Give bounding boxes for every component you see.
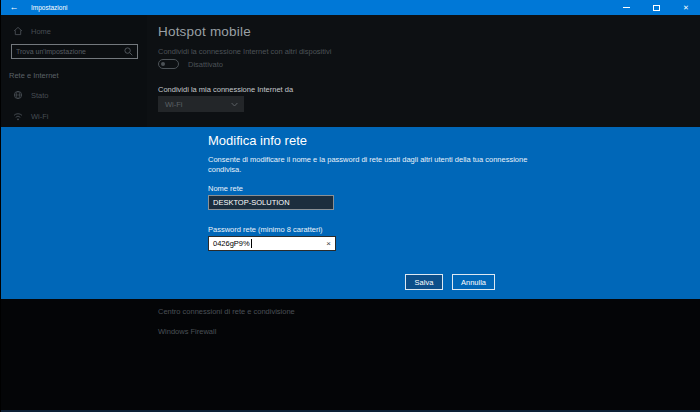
minimize-button[interactable]: [611, 0, 641, 15]
cancel-button[interactable]: Annulla: [452, 274, 495, 290]
sidebar-item-label: Wi-Fi: [31, 112, 49, 121]
share-from-dropdown[interactable]: Wi-Fi: [158, 96, 244, 112]
globe-icon: [13, 90, 23, 100]
search-box: [11, 44, 138, 59]
maximize-button[interactable]: [641, 0, 671, 15]
sidebar-item-home[interactable]: Home: [13, 26, 51, 36]
home-icon: [13, 26, 23, 36]
sidebar-item-stato[interactable]: Stato: [13, 90, 49, 100]
chevron-down-icon: [231, 102, 238, 107]
clear-icon: ×: [326, 239, 331, 248]
edit-network-dialog: Modifica info rete Consente di modificar…: [1, 127, 700, 299]
save-button[interactable]: Salva: [405, 274, 443, 290]
settings-window: ← Impostazioni ✕ Home: [0, 0, 700, 412]
network-name-input[interactable]: [208, 195, 334, 210]
dialog-title: Modifica info rete: [208, 133, 307, 148]
windows-firewall-link[interactable]: Windows Firewall: [158, 327, 216, 336]
page-title: Hotspot mobile: [158, 24, 251, 39]
toggle-state-label: Disattivato: [188, 60, 223, 69]
sidebar: Home Rete e Internet Stato Wi-Fi: [1, 15, 147, 127]
sidebar-item-label: Home: [31, 27, 51, 36]
sidebar-item-wifi[interactable]: Wi-Fi: [13, 112, 49, 121]
back-icon: ←: [10, 2, 19, 12]
sidebar-item-label: Stato: [31, 91, 49, 100]
wifi-icon: [13, 112, 23, 121]
dialog-description: Consente di modificare il nome e la pass…: [208, 155, 542, 175]
back-button[interactable]: ←: [1, 0, 27, 15]
hotspot-toggle[interactable]: [158, 59, 179, 69]
window-controls: ✕: [611, 0, 700, 15]
close-icon: ✕: [683, 4, 689, 11]
toggle-knob-icon: [161, 62, 165, 66]
sidebar-section-label: Rete e Internet: [9, 71, 59, 80]
share-caption: Condividi la connessione Internet con al…: [158, 47, 331, 56]
network-password-label: Password rete (minimo 8 caratteri): [208, 225, 323, 234]
clear-field-button[interactable]: ×: [322, 240, 335, 248]
maximize-icon: [653, 5, 660, 11]
search-icon: [124, 47, 133, 56]
search-input[interactable]: [12, 48, 124, 55]
close-button[interactable]: ✕: [671, 0, 700, 15]
window-title: Impostazioni: [31, 4, 68, 11]
text-caret: [251, 239, 252, 248]
network-name-label: Nome rete: [208, 184, 243, 193]
network-password-input[interactable]: 0426gP9% ×: [208, 236, 336, 251]
minimize-icon: [623, 7, 630, 8]
share-from-label: Condividi la mia connessione Internet da: [158, 85, 293, 94]
titlebar: ← Impostazioni ✕: [1, 0, 700, 15]
dropdown-selected-value: Wi-Fi: [158, 100, 183, 109]
password-value: 0426gP9%: [209, 239, 250, 248]
network-center-link[interactable]: Centro connessioni di rete e condivision…: [158, 307, 295, 316]
footer-area: Centro connessioni di rete e condivision…: [1, 299, 700, 412]
